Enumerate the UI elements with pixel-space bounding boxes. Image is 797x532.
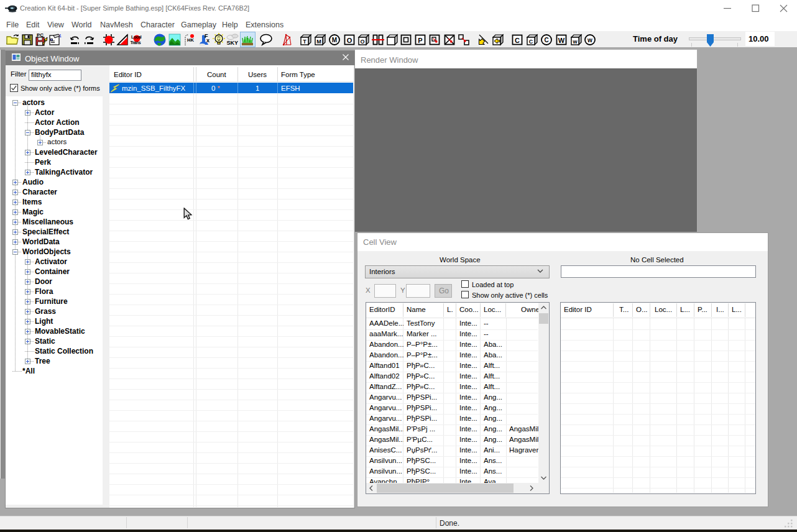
svg-text:SKY: SKY: [227, 40, 239, 46]
svg-text:M: M: [332, 37, 337, 44]
svg-text:O: O: [347, 37, 352, 44]
svg-text:C: C: [544, 37, 548, 44]
svg-text:1: 1: [59, 34, 62, 38]
svg-text:W: W: [558, 37, 565, 44]
svg-text:O: O: [360, 39, 364, 45]
svg-text:C: C: [515, 37, 520, 44]
svg-text:x: x: [206, 37, 210, 44]
svg-text:Local: Local: [131, 35, 142, 39]
svg-text:M: M: [316, 39, 321, 45]
svg-text:w: w: [572, 39, 578, 45]
svg-text:HK: HK: [187, 37, 194, 43]
svg-text:T: T: [303, 39, 306, 45]
svg-text:Trans: Trans: [131, 40, 141, 45]
svg-text:w: w: [587, 37, 592, 44]
svg-text:C: C: [529, 39, 533, 45]
svg-text:P: P: [418, 37, 422, 44]
